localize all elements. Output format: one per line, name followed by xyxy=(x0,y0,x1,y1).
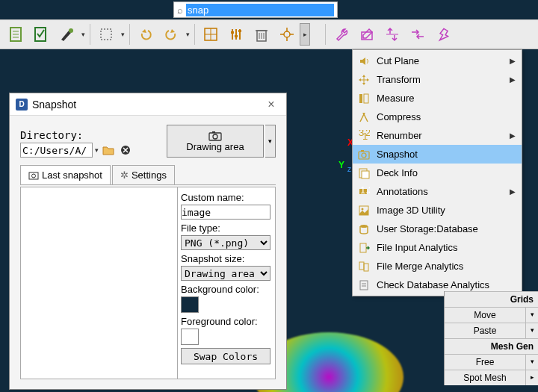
foreground-color-swatch[interactable] xyxy=(181,329,199,345)
main-toolbar: ▾ ▾ ▾ ▸ xyxy=(0,19,538,49)
custom-name-input[interactable] xyxy=(181,205,270,220)
menu-item-file-merge-analytics[interactable]: File Merge Analytics xyxy=(353,257,522,276)
drawing-area-button[interactable]: Drawing area xyxy=(167,125,264,158)
menu-item-label: Compress xyxy=(377,111,516,122)
axis-y-label: Y xyxy=(338,160,344,170)
file-type-select[interactable]: PNG (*.png) xyxy=(181,235,270,250)
menu-item-file-input-analytics[interactable]: File Input Analytics xyxy=(353,238,522,257)
foreground-color-label: Foreground color: xyxy=(181,316,272,327)
chevron-down-icon[interactable]: ▾ xyxy=(526,355,538,370)
brush-dropdown[interactable]: ▾ xyxy=(79,31,87,38)
snapshot-size-select[interactable]: Drawing area xyxy=(181,266,270,281)
edit-layer-icon[interactable] xyxy=(356,23,378,46)
menu-item-label: User Storage:Database xyxy=(377,223,516,234)
folder-icon[interactable] xyxy=(101,143,116,158)
tab-label: Settings xyxy=(132,169,167,181)
svg-point-42 xyxy=(362,153,366,158)
filemerge-icon xyxy=(356,260,372,273)
arrows-horiz-icon[interactable] xyxy=(406,23,429,46)
filein-icon xyxy=(356,241,372,255)
tab-last-snapshot[interactable]: Last snapshot xyxy=(20,165,111,184)
trash-icon[interactable] xyxy=(250,23,273,46)
svg-point-21 xyxy=(284,31,290,37)
svg-rect-51 xyxy=(360,243,366,252)
chevron-down-icon[interactable]: ▾ xyxy=(526,323,538,338)
custom-name-label: Custom name: xyxy=(181,192,272,203)
paste-button[interactable]: Paste xyxy=(445,323,526,338)
document-icon[interactable] xyxy=(4,23,27,46)
menu-item-label: Renumber xyxy=(377,130,510,141)
spot-mesh-button[interactable]: Spot Mesh xyxy=(445,370,526,385)
menu-item-snapshot[interactable]: Snapshot xyxy=(353,145,522,164)
wrench-icon[interactable] xyxy=(330,23,353,46)
background-color-swatch[interactable] xyxy=(181,296,199,313)
separator xyxy=(90,24,90,45)
drawing-area-label: Drawing area xyxy=(186,141,244,152)
menu-item-transform[interactable]: Transform▶ xyxy=(353,70,522,89)
redo-dropdown[interactable]: ▾ xyxy=(184,31,191,38)
separator xyxy=(325,24,326,45)
menu-item-annotations[interactable]: 1.3Annotations▶ xyxy=(353,182,522,201)
close-icon[interactable]: × xyxy=(262,98,280,111)
dialog-titlebar[interactable]: D Snapshot × xyxy=(10,93,286,116)
svg-rect-6 xyxy=(101,29,111,40)
chevron-down-icon[interactable]: ▾ xyxy=(95,146,99,154)
snapshot-dialog: D Snapshot × Directory: ▾ Drawing area ▾ xyxy=(9,93,287,390)
directory-input[interactable] xyxy=(20,143,93,158)
checklist-icon[interactable] xyxy=(30,23,52,46)
svg-rect-45 xyxy=(362,171,369,178)
drawing-area-dropdown[interactable]: ▾ xyxy=(265,125,276,158)
svg-rect-54 xyxy=(360,281,368,290)
target-icon[interactable] xyxy=(276,23,298,46)
snapshot-size-label: Snapshot size: xyxy=(181,253,272,264)
side-panel: Grids Move▾ Paste▾ Mesh Gen Free▾ Spot M… xyxy=(444,291,538,385)
brush-icon[interactable] xyxy=(55,23,78,46)
search-bar[interactable]: ⌕ xyxy=(173,1,338,18)
img3d-icon xyxy=(356,204,372,217)
svg-rect-14 xyxy=(235,35,238,37)
tab-settings[interactable]: ✲ Settings xyxy=(112,165,175,184)
compress-icon xyxy=(356,111,372,124)
move-button[interactable]: Move xyxy=(445,308,526,323)
free-button[interactable]: Free xyxy=(445,355,526,370)
target-dropdown[interactable]: ▸ xyxy=(300,23,310,46)
svg-point-49 xyxy=(362,208,364,210)
clear-icon[interactable] xyxy=(118,143,133,158)
annot-icon: 1.3 xyxy=(356,185,372,199)
svg-rect-15 xyxy=(238,30,241,32)
undo-icon[interactable] xyxy=(134,23,157,46)
checkdb-icon xyxy=(356,279,372,292)
menu-item-cut-plane[interactable]: Cut Plane▶ xyxy=(353,52,522,70)
chevron-right-icon: ▶ xyxy=(510,131,516,140)
chevron-down-icon[interactable]: ▾ xyxy=(526,308,538,323)
sliders-icon[interactable] xyxy=(225,23,247,46)
search-input[interactable] xyxy=(186,4,334,16)
chevron-right-icon[interactable]: ▸ xyxy=(526,370,538,385)
menu-item-label: File Merge Analytics xyxy=(377,261,516,272)
chevron-right-icon: ▶ xyxy=(510,75,516,84)
menu-item-label: Snapshot xyxy=(377,149,516,160)
menu-item-deck-info[interactable]: Deck Info xyxy=(353,164,522,182)
move-icon xyxy=(356,73,372,87)
redo-icon[interactable] xyxy=(160,23,182,46)
dialog-app-icon: D xyxy=(16,99,28,111)
menu-item-renumber[interactable]: 312Renumber▶ xyxy=(353,126,522,145)
menu-item-measure[interactable]: Measure xyxy=(353,89,522,108)
camera-icon xyxy=(356,148,372,161)
swap-colors-button[interactable]: Swap Colors xyxy=(181,348,270,364)
axis-z-label: z xyxy=(347,165,351,173)
bolt-icon[interactable] xyxy=(432,23,454,46)
arrows-vert-icon[interactable] xyxy=(381,23,404,46)
select-dropdown[interactable]: ▾ xyxy=(119,31,126,38)
menu-item-label: Check Database Analytics xyxy=(377,279,516,290)
svg-rect-32 xyxy=(29,172,38,179)
menu-item-image-3d-utility[interactable]: Image 3D Utility xyxy=(353,201,522,220)
menu-item-label: Measure xyxy=(377,93,516,104)
menu-item-compress[interactable]: Compress xyxy=(353,108,522,126)
menu-item-user-storage-database[interactable]: User Storage:Database xyxy=(353,220,522,238)
select-icon[interactable] xyxy=(95,23,117,46)
svg-rect-13 xyxy=(231,31,234,34)
split-icon[interactable] xyxy=(200,23,222,46)
separator xyxy=(194,24,195,45)
gear-icon: ✲ xyxy=(120,169,129,181)
